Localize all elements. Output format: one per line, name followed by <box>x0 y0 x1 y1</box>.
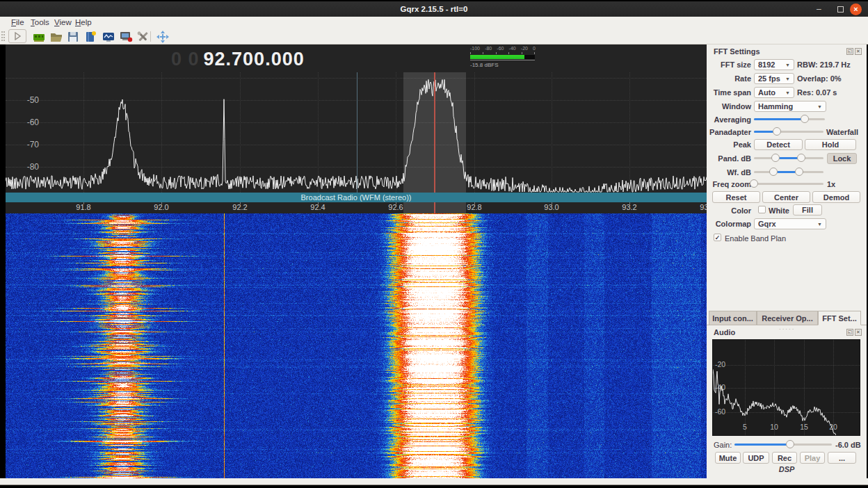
color-label: Color <box>707 206 751 215</box>
lock-button[interactable]: Lock <box>827 153 857 164</box>
tools-icon[interactable] <box>136 30 150 44</box>
slider-handle[interactable] <box>769 168 778 176</box>
toolbar-drag-handle[interactable] <box>1 31 5 42</box>
fill-button[interactable]: Fill <box>793 204 822 215</box>
waterfall-label: Waterfall <box>826 128 858 136</box>
tab-receiver-options[interactable]: Receiver Op... <box>757 311 818 325</box>
maximize-button[interactable] <box>837 6 844 13</box>
slider-handle[interactable] <box>786 440 794 448</box>
fft-settings-title: FFT Settings <box>714 47 760 56</box>
slider-handle[interactable] <box>797 154 805 162</box>
colormap-value: Gqrx <box>758 220 776 228</box>
rec-label: Rec <box>778 454 791 462</box>
pand-db-label: Pand. dB <box>707 154 751 163</box>
open-file-icon[interactable] <box>49 30 63 44</box>
colormap-select[interactable]: Gqrx▼ <box>754 218 826 229</box>
slider-handle[interactable] <box>771 154 780 162</box>
remote-control-icon[interactable] <box>156 30 170 44</box>
axis-tick <box>83 202 84 204</box>
frequency-value: 92.700.000 <box>204 49 305 70</box>
menu-tools[interactable]: Tools <box>31 18 49 26</box>
tab-label: FFT Set... <box>822 314 857 323</box>
settings-panel: FFT Settings ◱ ✕ FFT size 8192▼ RBW: 219… <box>707 44 867 485</box>
slider-handle[interactable] <box>795 168 803 176</box>
splitter-handle[interactable]: ····· <box>779 326 795 332</box>
minimize-button[interactable]: – <box>817 1 821 17</box>
meter-tick: -80 <box>485 46 492 51</box>
meter-tick: -100 <box>470 46 480 51</box>
peak-detect-button[interactable]: Detect <box>754 139 803 150</box>
bandplan-bar[interactable]: Broadcast Radio (WFM (stereo)) <box>6 193 707 202</box>
play-button[interactable]: Play <box>800 452 825 464</box>
peak-hold-button[interactable]: Hold <box>805 139 856 150</box>
chevron-down-icon: ▼ <box>785 63 790 67</box>
center-button[interactable]: Center <box>762 191 810 203</box>
slider-handle[interactable] <box>801 115 809 123</box>
iq-recorder-icon[interactable] <box>119 30 133 44</box>
demod-label: Demod <box>823 193 849 202</box>
spectrum-region: 0 092.700.000 -100-80-60-40-200 -15.8 dB… <box>6 44 707 478</box>
title-bar: Gqrx 2.15.5 - rtl=0 – × <box>0 1 868 17</box>
start-dsp-button[interactable] <box>8 29 26 43</box>
pand-db-range-slider[interactable] <box>754 153 823 163</box>
float-panel-icon[interactable]: ◱ <box>846 48 853 55</box>
meter-tick: 0 <box>533 46 536 51</box>
meter-fill <box>470 55 524 59</box>
center-label: Center <box>774 193 798 202</box>
tab-fft-settings[interactable]: FFT Set... <box>818 311 861 325</box>
dsp-options-icon[interactable] <box>32 30 46 44</box>
slider-handle[interactable] <box>750 179 758 188</box>
toolbar-separator <box>150 31 151 42</box>
fft-size-label: FFT size <box>707 60 751 69</box>
time-span-value: Auto <box>758 88 775 97</box>
tab-input-controls[interactable]: Input con... <box>709 311 757 325</box>
wf-db-range-slider[interactable] <box>754 167 823 177</box>
lock-label: Lock <box>833 154 851 163</box>
averaging-slider[interactable] <box>754 114 825 124</box>
white-checkbox[interactable] <box>758 206 766 213</box>
peak-label: Peak <box>707 140 751 149</box>
save-file-icon[interactable] <box>66 30 80 44</box>
close-panel-icon[interactable]: ✕ <box>855 48 862 55</box>
colormap-label: Colormap <box>707 220 751 228</box>
gain-value: -6.0 dB <box>835 441 861 449</box>
waterfall-display[interactable] <box>6 213 707 478</box>
enable-band-plan-checkbox[interactable]: ✓ <box>714 234 721 241</box>
averaging-label: Averaging <box>707 115 751 124</box>
reset-button[interactable]: Reset <box>712 191 760 203</box>
axis-tick <box>474 202 475 204</box>
bookmarks-icon[interactable] <box>83 30 97 44</box>
spectrum-plot[interactable] <box>6 72 707 193</box>
slider-handle[interactable] <box>773 127 781 136</box>
fft-size-select[interactable]: 8192▼ <box>754 59 794 70</box>
status-bar <box>0 478 868 485</box>
axis-tick <box>552 202 552 204</box>
demod-button[interactable]: Demod <box>812 191 860 203</box>
time-span-select[interactable]: Auto▼ <box>754 87 794 98</box>
audio-fft-display[interactable]: -20 -40 -60 5 10 15 20 <box>712 339 860 436</box>
menu-bar: File Tools View Help <box>0 17 868 29</box>
menu-view[interactable]: View <box>54 18 72 26</box>
fft-display-icon[interactable] <box>102 30 115 44</box>
x-axis-label: 93.4 <box>693 203 707 211</box>
window-select[interactable]: Hamming▼ <box>754 101 826 112</box>
mute-button[interactable]: Mute <box>715 452 741 464</box>
udp-button[interactable]: UDP <box>743 452 769 464</box>
frequency-marker-line <box>357 72 357 193</box>
close-panel-icon[interactable]: ✕ <box>855 329 862 336</box>
menu-help[interactable]: Help <box>75 18 92 26</box>
panadapter-waterfall-split-slider[interactable] <box>754 127 823 136</box>
res-value: Res: 0.07 s <box>797 88 837 97</box>
axis-tick <box>629 202 630 204</box>
rec-button[interactable]: Rec <box>772 452 797 464</box>
freq-zoom-slider[interactable] <box>754 179 823 188</box>
float-panel-icon[interactable]: ◱ <box>846 329 853 336</box>
play-icon <box>13 32 22 40</box>
rate-select[interactable]: 25 fps▼ <box>754 73 794 84</box>
gain-slider[interactable] <box>734 439 832 449</box>
frequency-display[interactable]: 0 092.700.000 <box>171 49 305 70</box>
more-audio-options-button[interactable]: ... <box>828 452 856 464</box>
close-button[interactable]: × <box>850 3 862 15</box>
rate-value: 25 fps <box>758 74 780 83</box>
menu-file[interactable]: File <box>11 18 24 26</box>
